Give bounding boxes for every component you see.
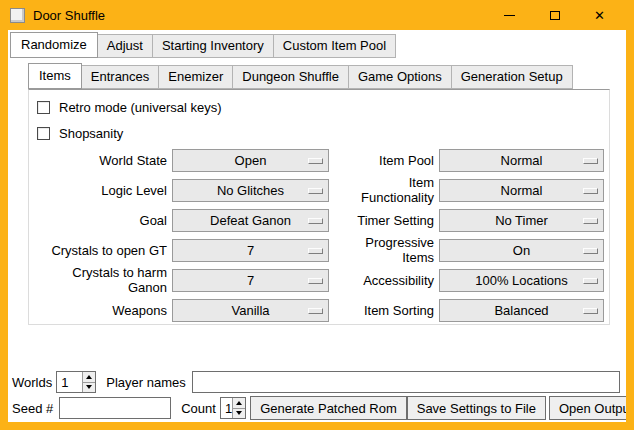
- weapons-dropdown[interactable]: Vanilla: [172, 299, 329, 322]
- arrow-up-icon: [236, 401, 242, 405]
- shopsanity-label: Shopsanity: [59, 126, 123, 141]
- seed-label: Seed #: [12, 401, 53, 416]
- logic-level-value: No Glitches: [217, 183, 284, 198]
- arrow-up-icon: [86, 375, 92, 379]
- worlds-spinner[interactable]: 1: [56, 371, 96, 393]
- item-functionality-value: Normal: [501, 183, 543, 198]
- spin-down-button[interactable]: [82, 382, 95, 393]
- goal-value: Defeat Ganon: [210, 213, 291, 228]
- retro-mode-checkbox[interactable]: [37, 101, 50, 114]
- accessibility-dropdown[interactable]: 100% Locations: [439, 269, 604, 292]
- item-pool-dropdown[interactable]: Normal: [439, 149, 604, 172]
- tab-game-options[interactable]: Game Options: [348, 65, 452, 89]
- close-button[interactable]: ✕: [577, 0, 622, 30]
- minimize-icon: [504, 15, 515, 16]
- setting-row: Crystals to open GT 7 Progressive Items …: [37, 235, 609, 265]
- open-output-directory-button[interactable]: Open Output Directory: [549, 396, 626, 420]
- crystals-gt-dropdown[interactable]: 7: [172, 239, 329, 262]
- item-functionality-dropdown[interactable]: Normal: [439, 179, 604, 202]
- setting-row: Weapons Vanilla Item Sorting Balanced: [37, 295, 609, 325]
- item-functionality-label: Item Functionality: [334, 175, 434, 205]
- tab-randomize[interactable]: Randomize: [10, 32, 98, 58]
- progressive-items-value: On: [513, 243, 530, 258]
- crystals-ganon-label: Crystals to harm Ganon: [37, 265, 167, 295]
- player-names-input[interactable]: [192, 371, 620, 393]
- logic-level-label: Logic Level: [37, 183, 167, 198]
- seed-row: Seed # Count 1 Generate Patched Rom Save…: [10, 396, 622, 420]
- settings-tab-bar: Items Entrances Enemizer Dungeon Shuffle…: [28, 63, 626, 89]
- accessibility-value: 100% Locations: [475, 273, 568, 288]
- player-names-label: Player names: [106, 375, 185, 390]
- goal-dropdown[interactable]: Defeat Ganon: [172, 209, 329, 232]
- item-pool-value: Normal: [501, 153, 543, 168]
- dropdown-indicator-icon: [308, 308, 323, 314]
- maximize-icon: [550, 11, 560, 20]
- crystals-ganon-dropdown[interactable]: 7: [172, 269, 329, 292]
- setting-row: Logic Level No Glitches Item Functionali…: [37, 175, 609, 205]
- dropdown-indicator-icon: [308, 278, 323, 284]
- tab-generation-setup[interactable]: Generation Setup: [451, 65, 573, 89]
- close-icon: ✕: [594, 8, 605, 23]
- progressive-items-dropdown[interactable]: On: [439, 239, 604, 262]
- dropdown-indicator-icon: [583, 158, 598, 164]
- items-panel: Retro mode (universal keys) Shopsanity W…: [28, 89, 610, 325]
- worlds-row: Worlds 1 Player names: [10, 370, 622, 394]
- window-title: Door Shuffle: [33, 8, 105, 23]
- setting-row: Goal Defeat Ganon Timer Setting No Timer: [37, 205, 609, 235]
- generate-patched-rom-button[interactable]: Generate Patched Rom: [250, 396, 407, 420]
- dropdown-indicator-icon: [308, 158, 323, 164]
- retro-mode-label: Retro mode (universal keys): [59, 100, 222, 115]
- count-spinner[interactable]: 1: [220, 397, 246, 419]
- tab-entrances[interactable]: Entrances: [81, 65, 160, 89]
- worlds-value: 1: [57, 372, 82, 392]
- maximize-button[interactable]: [532, 0, 577, 30]
- world-state-dropdown[interactable]: Open: [172, 149, 329, 172]
- spin-down-button[interactable]: [232, 408, 245, 419]
- titlebar: Door Shuffle ✕: [0, 0, 634, 30]
- goal-label: Goal: [37, 213, 167, 228]
- dropdown-indicator-icon: [583, 308, 598, 314]
- arrow-down-icon: [236, 411, 242, 415]
- spinner-arrows: [232, 398, 245, 418]
- timer-setting-value: No Timer: [495, 213, 548, 228]
- world-state-label: World State: [37, 153, 167, 168]
- crystals-gt-label: Crystals to open GT: [37, 243, 167, 258]
- spinner-arrows: [82, 372, 95, 392]
- window-content: Randomize Adjust Starting Inventory Cust…: [8, 30, 626, 422]
- dropdown-indicator-icon: [583, 248, 598, 254]
- item-sorting-dropdown[interactable]: Balanced: [439, 299, 604, 322]
- tab-dungeon-shuffle[interactable]: Dungeon Shuffle: [232, 65, 349, 89]
- seed-input[interactable]: [59, 397, 171, 419]
- setting-row: Crystals to harm Ganon 7 Accessibility 1…: [37, 265, 609, 295]
- tab-custom-item-pool[interactable]: Custom Item Pool: [273, 34, 396, 58]
- spin-up-button[interactable]: [82, 372, 95, 382]
- dropdown-indicator-icon: [583, 188, 598, 194]
- weapons-value: Vanilla: [231, 303, 269, 318]
- weapons-label: Weapons: [37, 303, 167, 318]
- shopsanity-checkbox[interactable]: [37, 127, 50, 140]
- dropdown-indicator-icon: [583, 218, 598, 224]
- tab-enemizer[interactable]: Enemizer: [158, 65, 233, 89]
- minimize-button[interactable]: [487, 0, 532, 30]
- item-sorting-value: Balanced: [494, 303, 548, 318]
- timer-setting-dropdown[interactable]: No Timer: [439, 209, 604, 232]
- tab-items[interactable]: Items: [28, 63, 82, 89]
- crystals-ganon-value: 7: [247, 273, 254, 288]
- dropdown-indicator-icon: [308, 188, 323, 194]
- progressive-items-label: Progressive Items: [334, 235, 434, 265]
- app-icon: [10, 8, 25, 23]
- save-settings-button[interactable]: Save Settings to File: [407, 396, 546, 420]
- item-pool-label: Item Pool: [334, 153, 434, 168]
- worlds-label: Worlds: [12, 375, 52, 390]
- logic-level-dropdown[interactable]: No Glitches: [172, 179, 329, 202]
- tab-adjust[interactable]: Adjust: [97, 34, 153, 58]
- dropdown-indicator-icon: [308, 218, 323, 224]
- dropdown-indicator-icon: [583, 278, 598, 284]
- tab-starting-inventory[interactable]: Starting Inventory: [152, 34, 274, 58]
- window-controls: ✕: [487, 0, 622, 30]
- spin-up-button[interactable]: [232, 398, 245, 408]
- accessibility-label: Accessibility: [334, 273, 434, 288]
- app-window: Door Shuffle ✕ Randomize Adjust Starting…: [0, 0, 634, 430]
- crystals-gt-value: 7: [247, 243, 254, 258]
- count-value: 1: [221, 398, 232, 418]
